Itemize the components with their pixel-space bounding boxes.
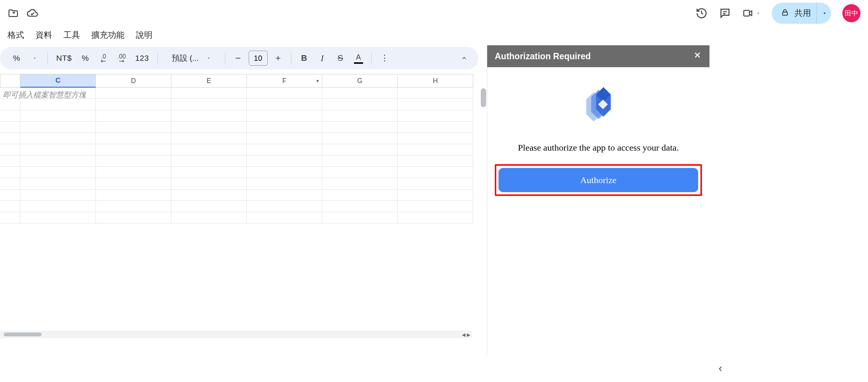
cell[interactable] — [96, 99, 171, 110]
authorize-button[interactable]: Authorize — [499, 168, 698, 192]
cell[interactable] — [322, 189, 398, 201]
cell[interactable] — [20, 167, 96, 178]
column-header[interactable]: H — [398, 74, 473, 88]
cell[interactable] — [96, 167, 171, 178]
cell[interactable] — [20, 110, 96, 122]
strikethrough-button[interactable]: S — [333, 51, 348, 66]
cell[interactable] — [20, 201, 96, 212]
cell[interactable] — [398, 156, 473, 167]
cell[interactable] — [20, 144, 96, 156]
cell[interactable] — [96, 178, 171, 189]
cell[interactable] — [20, 189, 96, 201]
cell[interactable] — [322, 156, 398, 167]
decrease-decimal-button[interactable]: .0 — [96, 51, 111, 66]
menu-format[interactable]: 格式 — [8, 29, 24, 41]
cell[interactable] — [247, 110, 322, 122]
cell[interactable] — [171, 201, 247, 212]
scroll-right-icon[interactable]: ▶ — [467, 332, 470, 337]
cell[interactable] — [322, 88, 398, 99]
column-header[interactable]: C — [20, 74, 96, 88]
cell[interactable] — [398, 110, 473, 122]
cell[interactable] — [247, 189, 322, 201]
collapse-toolbar-icon[interactable] — [457, 51, 472, 66]
cell[interactable] — [247, 122, 322, 133]
column-header[interactable]: G — [322, 74, 398, 88]
cell[interactable] — [20, 156, 96, 167]
cell[interactable] — [247, 88, 322, 99]
cell[interactable] — [322, 201, 398, 212]
table-row[interactable] — [0, 122, 487, 133]
cell[interactable] — [20, 212, 96, 223]
cell[interactable] — [322, 178, 398, 189]
cell[interactable] — [247, 99, 322, 110]
cell[interactable] — [0, 189, 20, 201]
table-row[interactable] — [0, 144, 487, 156]
bold-button[interactable]: B — [297, 51, 312, 66]
cell[interactable] — [171, 156, 247, 167]
cloud-done-icon[interactable] — [26, 7, 38, 19]
cell[interactable] — [96, 122, 171, 133]
cell[interactable] — [0, 133, 20, 144]
spreadsheet-grid[interactable]: CDEF▾GH ◀ ▶ 即可插入檔案智慧型方塊 — [0, 74, 487, 338]
vertical-scrollbar[interactable] — [481, 88, 486, 107]
cell[interactable] — [96, 133, 171, 144]
cell[interactable] — [0, 212, 20, 223]
column-header[interactable]: F▾ — [247, 74, 322, 88]
cell[interactable] — [322, 99, 398, 110]
table-row[interactable] — [0, 110, 487, 122]
cell[interactable] — [171, 122, 247, 133]
table-row[interactable] — [0, 212, 487, 223]
cell[interactable] — [171, 110, 247, 122]
cell[interactable] — [96, 189, 171, 201]
cell[interactable] — [171, 212, 247, 223]
meet-icon[interactable] — [742, 8, 760, 19]
cell[interactable] — [96, 212, 171, 223]
table-row[interactable] — [0, 133, 487, 144]
close-icon[interactable] — [693, 51, 702, 62]
cell[interactable] — [171, 144, 247, 156]
cell[interactable] — [171, 189, 247, 201]
currency-button[interactable]: NT$ — [53, 51, 75, 66]
font-family-dropdown[interactable]: 預設 (... — [163, 51, 220, 66]
user-avatar[interactable]: 田中 — [842, 4, 860, 22]
horizontal-scrollbar[interactable]: ◀ ▶ — [0, 331, 472, 338]
cell[interactable] — [247, 133, 322, 144]
cell[interactable] — [398, 212, 473, 223]
cell[interactable] — [247, 167, 322, 178]
cell[interactable] — [0, 178, 20, 189]
column-dropdown-icon[interactable]: ▾ — [316, 78, 319, 84]
cell[interactable] — [398, 133, 473, 144]
cell[interactable] — [0, 122, 20, 133]
cell[interactable] — [398, 122, 473, 133]
cell[interactable] — [96, 110, 171, 122]
table-row[interactable] — [0, 167, 487, 178]
cell[interactable] — [247, 156, 322, 167]
decrease-font-size-button[interactable]: − — [231, 51, 246, 66]
cell[interactable] — [322, 167, 398, 178]
cell[interactable] — [322, 110, 398, 122]
column-header[interactable]: E — [171, 74, 247, 88]
cell[interactable] — [0, 110, 20, 122]
cell[interactable] — [96, 156, 171, 167]
cell[interactable] — [171, 88, 247, 99]
text-color-button[interactable]: A — [351, 51, 366, 66]
cell[interactable] — [0, 167, 20, 178]
cell[interactable] — [20, 133, 96, 144]
cell[interactable] — [398, 189, 473, 201]
cell[interactable] — [398, 88, 473, 99]
cell[interactable] — [322, 144, 398, 156]
italic-button[interactable]: I — [315, 51, 330, 66]
cell[interactable] — [398, 178, 473, 189]
menu-tools[interactable]: 工具 — [63, 29, 80, 41]
column-header[interactable]: D — [96, 74, 171, 88]
collapse-side-panel-icon[interactable] — [716, 365, 725, 374]
cell[interactable] — [96, 88, 171, 99]
cell[interactable] — [247, 144, 322, 156]
cell[interactable] — [247, 212, 322, 223]
cell[interactable] — [0, 201, 20, 212]
cell[interactable] — [96, 144, 171, 156]
cell[interactable] — [247, 178, 322, 189]
menu-data[interactable]: 資料 — [35, 29, 52, 41]
number-format-button[interactable]: 123 — [132, 51, 152, 66]
cell[interactable] — [171, 99, 247, 110]
